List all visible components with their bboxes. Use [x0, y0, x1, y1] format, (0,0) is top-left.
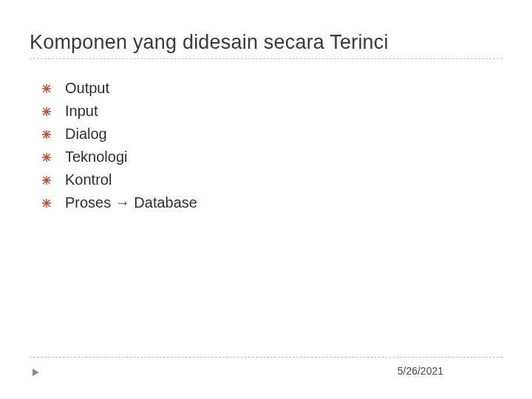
list-item-label: Dialog: [65, 126, 107, 143]
slide: Komponen yang didesain secara Terinci Ou…: [0, 0, 532, 399]
footer-date: 5/26/2021: [398, 365, 443, 377]
list-item: Proses → Database: [41, 194, 502, 211]
bullet-icon: [41, 175, 52, 185]
bullet-icon: [41, 83, 52, 94]
divider: [30, 357, 502, 358]
bullet-list: Output Input Dialog Teknologi Kontrol: [30, 59, 502, 211]
list-item: Teknologi: [41, 149, 502, 166]
list-item: Input: [41, 103, 502, 120]
list-item: Kontrol: [41, 171, 502, 188]
list-item-label: Input: [65, 103, 98, 120]
play-icon: [30, 366, 41, 378]
bullet-icon: [41, 152, 52, 163]
bullet-icon: [41, 129, 52, 140]
list-item-label: Proses → Database: [65, 194, 197, 211]
list-item-label: Teknologi: [65, 149, 128, 166]
bullet-icon: [41, 198, 52, 208]
list-item: Output: [41, 80, 502, 97]
list-item: Dialog: [41, 126, 502, 143]
bullet-icon: [41, 106, 52, 117]
list-item-label: Kontrol: [65, 171, 112, 188]
svg-marker-24: [33, 369, 39, 376]
page-title: Komponen yang didesain secara Terinci: [30, 31, 502, 59]
list-item-label: Output: [65, 80, 109, 97]
